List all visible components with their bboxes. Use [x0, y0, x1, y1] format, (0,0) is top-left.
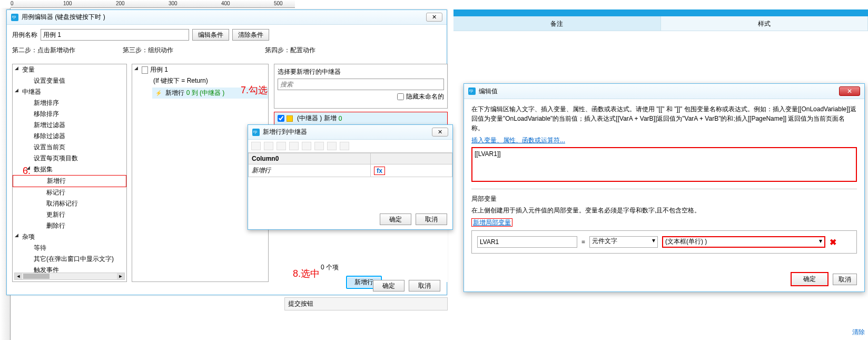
toolbar-btn[interactable] — [314, 142, 324, 150]
addrows-title: 新增行到中继器 — [263, 128, 307, 137]
case-node[interactable]: 用例 1 — [132, 64, 268, 75]
condition-text: (If 键按下 = Return) — [132, 75, 268, 86]
addrows-table: Column0 新增行 fx — [248, 153, 452, 177]
addrows-ok-button[interactable]: 确定 — [380, 213, 411, 225]
tree-item[interactable]: 其它(在弹出窗口中显示文字) — [13, 254, 126, 265]
close-icon[interactable]: ✕ — [432, 128, 448, 137]
toolbar-btn[interactable] — [264, 142, 273, 150]
step3-label: 第三步：组织动作 — [123, 46, 265, 55]
bottom-panel: 提交按钮 — [284, 297, 868, 315]
action-tree[interactable]: 变量 设置变量值 中继器 新增排序 移除排序 新增过滤器 移除过滤器 设置当前页… — [12, 64, 127, 282]
localvar-target-select[interactable]: (文本框(单行) ) ▾ — [662, 236, 825, 248]
widget-item[interactable]: 提交按钮 — [284, 297, 448, 310]
local-var-title: 局部变量 — [471, 195, 857, 203]
toolbar-btn[interactable] — [277, 142, 286, 150]
scroll-right-icon[interactable]: ► — [117, 273, 124, 279]
clear-condition-button[interactable]: 清除条件 — [232, 29, 269, 41]
page-icon — [142, 66, 150, 73]
toolbar-btn[interactable] — [289, 142, 299, 150]
rp-icon — [11, 14, 18, 21]
insert-variable-link[interactable]: 插入变量、属性、函数或运算符... — [471, 137, 565, 144]
tree-item[interactable]: 设置当前页 — [13, 142, 126, 153]
toolbar-btn[interactable] — [340, 142, 349, 150]
close-icon[interactable]: ✕ — [839, 86, 860, 96]
addrows-cancel-button[interactable]: 取消 — [416, 213, 447, 225]
toolbar-btn[interactable] — [302, 142, 311, 150]
tree-group-repeater[interactable]: 中继器 — [13, 86, 126, 98]
tree-item[interactable]: 设置变量值 — [13, 75, 126, 86]
add-rows-dialog: 新增行到中继器 ✕ Column0 新增行 fx 确定 取消 — [248, 124, 453, 230]
tab-style[interactable]: 样式 — [661, 16, 869, 31]
dialog-titlebar: 用例编辑器 (键盘按键按下时 ) ✕ — [7, 10, 447, 25]
ok-button[interactable]: 确定 — [373, 280, 405, 292]
tree-item[interactable]: 新增过滤器 — [13, 120, 126, 131]
column-header[interactable]: Column0 — [249, 153, 371, 164]
tree-group-misc[interactable]: 杂项 — [13, 231, 126, 242]
right-panel-tabs: 备注 样式 — [453, 16, 868, 31]
repeater-icon — [287, 115, 295, 122]
clear-link[interactable]: 清除 — [852, 328, 865, 337]
expression-textarea[interactable] — [471, 147, 857, 182]
tree-item-addrow[interactable]: 新增行 — [13, 175, 126, 187]
right-accent-bar — [453, 9, 868, 16]
item-count: 0 个项 — [321, 263, 339, 272]
edit-value-dialog: 编辑值 ✕ 在下方编辑区输入文字、插入变量、属性、函数或表达式。请使用 "[["… — [463, 83, 865, 292]
step2-label: 第二步：点击新增动作 — [12, 46, 123, 55]
tree-item[interactable]: 新增排序 — [13, 98, 126, 109]
repeater-checkbox[interactable] — [278, 115, 284, 122]
search-input[interactable] — [278, 79, 444, 90]
equals-label: = — [581, 238, 585, 246]
local-var-desc: 在上侧创建用于插入元件值的局部变量。变量名必须是字母和数字,且不包含空格。 — [471, 206, 857, 215]
config-label: 选择要新增行的中继器 — [278, 67, 444, 76]
rp-icon — [252, 129, 260, 136]
editval-description: 在下方编辑区输入文字、插入变量、属性、函数或表达式。请使用 "[[" 和 "]]… — [471, 104, 857, 133]
local-var-row: = 元件文字 ▾ (文本框(单行) ) ▾ ✖ — [471, 230, 857, 254]
tree-item[interactable]: 删除行 — [13, 220, 126, 231]
tree-item[interactable]: 等待 — [13, 242, 126, 254]
tree-group-variables[interactable]: 变量 — [13, 64, 126, 75]
delete-localvar-icon[interactable]: ✖ — [830, 237, 836, 247]
fx-button[interactable]: fx — [374, 167, 385, 175]
localvar-name-input[interactable] — [477, 236, 577, 248]
tree-item[interactable]: 取消标记行 — [13, 198, 126, 209]
cancel-button[interactable]: 取消 — [409, 280, 440, 292]
hide-unnamed-label: 隐藏未命名的 — [406, 92, 444, 101]
horizontal-ruler: 0 100 200 300 400 500 — [11, 0, 295, 8]
localvar-type-select[interactable]: 元件文字 ▾ — [589, 236, 658, 248]
horizontal-scrollbar[interactable]: ◄ ► — [14, 273, 125, 280]
bolt-icon — [155, 89, 164, 96]
tree-item[interactable]: 更新行 — [13, 209, 126, 220]
rp-icon — [468, 88, 476, 95]
row-label: 新增行 — [249, 164, 371, 177]
edit-condition-button[interactable]: 编辑条件 — [192, 29, 229, 41]
dialog-title-text: 用例编辑器 (键盘按键按下时 ) — [22, 13, 105, 22]
tree-group-dataset[interactable]: 数据集 — [13, 164, 126, 175]
addrows-toolbar — [248, 140, 452, 153]
case-name-label: 用例名称 — [12, 31, 37, 40]
tree-item[interactable]: 标记行 — [13, 187, 126, 198]
hide-unnamed-checkbox[interactable] — [397, 93, 404, 100]
toolbar-btn[interactable] — [327, 142, 337, 150]
tree-item[interactable]: 设置每页项目数 — [13, 153, 126, 164]
editval-cancel-button[interactable]: 取消 — [833, 274, 857, 285]
step4-label: 第四步：配置动作 — [265, 46, 441, 55]
toolbar-btn[interactable] — [251, 142, 261, 150]
repeater-checked-row[interactable]: (中继器 ) 新增 0 — [274, 112, 448, 125]
scroll-left-icon[interactable]: ◄ — [15, 273, 22, 279]
case-name-input[interactable] — [41, 29, 189, 41]
tab-notes[interactable]: 备注 — [453, 16, 661, 31]
editval-title: 编辑值 — [479, 87, 498, 96]
scroll-thumb[interactable] — [23, 274, 50, 279]
tree-item[interactable]: 移除过滤器 — [13, 131, 126, 142]
action-row[interactable]: 新增行 0 到 (中继器 ) — [152, 88, 268, 99]
close-icon[interactable]: ✕ — [426, 13, 442, 22]
add-local-var-link[interactable]: 新增局部变量 — [471, 218, 512, 227]
tree-item[interactable]: 移除排序 — [13, 109, 126, 120]
editval-ok-button[interactable]: 确定 — [791, 272, 828, 286]
